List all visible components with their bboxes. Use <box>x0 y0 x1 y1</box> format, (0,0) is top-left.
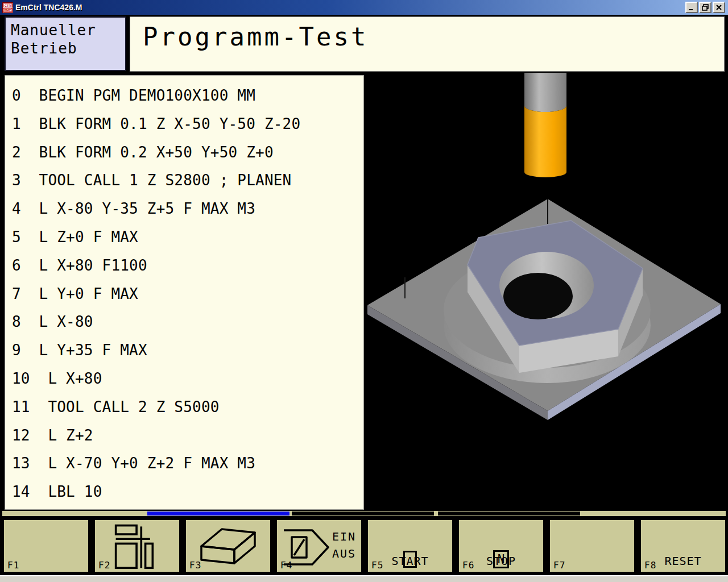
mode-line-2: Betrieb <box>11 39 125 57</box>
softkey-f2-screen-layout[interactable]: F2 <box>93 518 181 573</box>
operating-mode-box: Manueller Betrieb <box>5 16 126 71</box>
progress-indicator-strip <box>2 510 726 517</box>
single-block-square-icon <box>403 551 417 568</box>
softkey-f1[interactable]: F1 <box>2 518 90 573</box>
softkey-f5-start-single-block[interactable]: START EINZELS. F5 <box>366 518 454 573</box>
program-line: 13 L X-70 Y+0 Z+2 F MAX M3 <box>5 450 363 478</box>
simulation-view <box>364 73 728 510</box>
mode-line-1: Manueller <box>11 21 125 39</box>
app-icon: CTR EMC <box>2 2 13 13</box>
program-line: 9 L Y+35 F MAX <box>5 336 363 365</box>
screen-title-box: Programm-Test <box>130 16 725 72</box>
toggle-on-label: EIN <box>332 530 356 543</box>
fkey-label: F6 <box>462 560 474 571</box>
fkey-label: F4 <box>280 560 292 571</box>
svg-text:EMC: EMC <box>5 9 11 12</box>
indicator-dark-segment-1 <box>292 512 434 516</box>
program-line: 5 L Z+0 F MAX <box>5 223 363 252</box>
program-line: 3 TOOL CALL 1 Z S2800 ; PLANEN <box>5 167 363 195</box>
tool-tip <box>524 106 566 177</box>
bore-bottom <box>503 273 573 319</box>
softkey-f7-start[interactable]: START F7 <box>548 518 636 573</box>
svg-text:CTR: CTR <box>5 3 11 7</box>
program-line: 12 L Z+2 <box>5 422 363 450</box>
fkey-label: F3 <box>189 560 201 571</box>
minimize-button[interactable] <box>685 2 698 13</box>
program-line: 2 BLK FORM 0.2 X+50 Y+50 Z+0 <box>5 139 363 167</box>
program-line: 7 L Y+0 F MAX <box>5 280 363 309</box>
program-line: 4 L X-80 Y-35 Z+5 F MAX M3 <box>5 195 363 223</box>
close-button[interactable] <box>713 2 725 13</box>
restore-button[interactable] <box>699 2 712 13</box>
toggle-off-label: AUS <box>332 547 356 560</box>
indicator-active-segment <box>147 512 289 516</box>
indicator-dark-segment-2 <box>438 512 580 516</box>
program-line: 10 L X+80 <box>5 365 363 393</box>
tool-shank <box>524 73 566 107</box>
program-line: 1 BLK FORM 0.1 Z X-50 Y-50 Z-20 <box>5 110 363 139</box>
screen-layout-icon <box>114 522 160 571</box>
program-listing: 0 BEGIN PGM DEMO100X100 MM 1 BLK FORM 0.… <box>5 75 364 510</box>
stop-at-block-n-icon: N <box>493 550 509 568</box>
fkey-label: F8 <box>644 560 656 571</box>
softkey-f3-workpiece-views[interactable]: F3 <box>184 518 272 573</box>
workpiece-box-icon <box>195 525 262 568</box>
restore-icon <box>702 4 709 11</box>
fkey-label: F5 <box>371 560 383 571</box>
program-line: 0 BEGIN PGM DEMO100X100 MM <box>5 82 363 110</box>
fkey-label: F7 <box>553 560 565 571</box>
softkey-f8-reset-start[interactable]: RESET + START F8 <box>639 518 727 573</box>
screen-title: Programm-Test <box>143 22 368 51</box>
window-bottom-edge <box>0 575 728 582</box>
softkey-f4-blank-display-toggle[interactable]: EIN AUS F4 <box>275 518 363 573</box>
simulation-canvas <box>364 73 728 510</box>
window-title: EmCtrl TNC426.M <box>15 3 685 12</box>
fkey-label: F2 <box>98 560 110 571</box>
program-line: 14 LBL 10 <box>5 478 363 506</box>
fkey-label: F1 <box>7 560 19 571</box>
softkey-f6-stop-at-n[interactable]: STOP BEI N F6 <box>457 518 545 573</box>
titlebar[interactable]: CTR EMC EmCtrl TNC426.M <box>0 0 728 15</box>
program-line: 6 L X+80 F1100 <box>5 252 363 280</box>
program-line: 8 L X-80 <box>5 308 363 336</box>
close-icon <box>715 4 722 11</box>
minimize-icon <box>688 4 695 11</box>
program-line: 11 TOOL CALL 2 Z S5000 <box>5 393 363 422</box>
